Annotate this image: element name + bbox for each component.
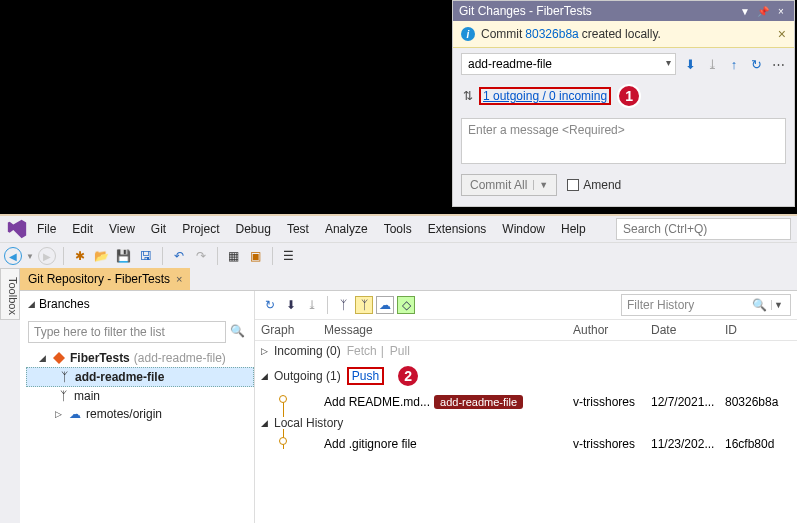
push-link[interactable]: Push — [347, 367, 384, 385]
push-icon[interactable]: ↑ — [726, 56, 742, 72]
notif-pre: Commit — [481, 27, 522, 41]
menu-project[interactable]: Project — [175, 219, 226, 239]
commit-row-local[interactable]: Add .gitignore file v-trisshores 11/23/2… — [255, 433, 797, 455]
commit-author: v-trisshores — [573, 437, 651, 451]
commit-row-outgoing[interactable]: Add README.md... add-readme-file v-triss… — [255, 391, 797, 413]
tree-repo-node[interactable]: ◢ FiberTests (add-readme-file) — [26, 349, 254, 367]
filter-remote-icon[interactable]: ☁ — [376, 296, 394, 314]
commit-id: 16cfb80d — [725, 437, 797, 451]
branch-item-remotes[interactable]: ▷ ☁ remotes/origin — [26, 405, 254, 423]
notif-post: created locally. — [582, 27, 661, 41]
menu-edit[interactable]: Edit — [65, 219, 100, 239]
pull-icon[interactable]: ⤓ — [704, 56, 720, 72]
menu-extensions[interactable]: Extensions — [421, 219, 494, 239]
menu-view[interactable]: View — [102, 219, 142, 239]
col-date[interactable]: Date — [651, 323, 725, 337]
git-repository-tab-label: Git Repository - FiberTests — [28, 272, 170, 286]
outgoing-incoming-row: ⇅ 1 outgoing / 0 incoming 1 — [453, 80, 794, 114]
branch-selector[interactable]: add-readme-file — [461, 53, 676, 75]
commit-all-button[interactable]: Commit All ▼ — [461, 174, 557, 196]
incoming-section[interactable]: ▷ Incoming (0) Fetch | Pull — [255, 341, 797, 361]
commit-all-label: Commit All — [470, 178, 527, 192]
branch-name: add-readme-file — [468, 57, 552, 71]
filter-dropdown-icon[interactable]: ▼ — [771, 300, 785, 310]
commit-dropdown-icon[interactable]: ▼ — [533, 180, 548, 190]
outgoing-section[interactable]: ◢ Outgoing (1) Push 2 — [255, 361, 797, 391]
tab-close-icon[interactable]: × — [176, 273, 182, 285]
search-icon: 🔍 — [752, 298, 767, 312]
outgoing-label: Outgoing (1) — [274, 369, 341, 383]
close-icon[interactable]: × — [774, 4, 788, 18]
col-id[interactable]: ID — [725, 323, 797, 337]
menu-help[interactable]: Help — [554, 219, 593, 239]
branch-icon: ᛉ — [56, 389, 70, 403]
history-filter-input[interactable]: Filter History 🔍 ▼ — [621, 294, 791, 316]
pull-link[interactable]: Pull — [390, 344, 410, 358]
callout-1: 1 — [617, 84, 641, 108]
save-all-icon[interactable]: 🖫 — [137, 247, 155, 265]
branch-label: remotes/origin — [86, 407, 162, 421]
col-author[interactable]: Author — [573, 323, 651, 337]
branch-filter-input[interactable]: Type here to filter the list — [28, 321, 226, 343]
menu-tools[interactable]: Tools — [377, 219, 419, 239]
branch-item-main[interactable]: ᛉ main — [26, 387, 254, 405]
new-file-icon[interactable]: ✱ — [71, 247, 89, 265]
commit-date: 11/23/202... — [651, 437, 725, 451]
pull-icon[interactable]: ⤓ — [303, 296, 321, 314]
info-icon: i — [461, 27, 475, 41]
git-repository-tab[interactable]: Git Repository - FiberTests × — [20, 268, 190, 290]
menu-analyze[interactable]: Analyze — [318, 219, 375, 239]
history-pane: ↻ ⬇ ⤓ ᛉ ᛉ ☁ ◇ Filter History 🔍 ▼ Graph — [255, 291, 797, 523]
redo-icon[interactable]: ↷ — [192, 247, 210, 265]
branches-header[interactable]: ◢ Branches — [20, 291, 254, 317]
swap-icon: ⇅ — [463, 89, 473, 103]
branch-label: add-readme-file — [75, 370, 164, 384]
tool-icon-1[interactable]: ▦ — [225, 247, 243, 265]
amend-checkbox[interactable]: Amend — [567, 178, 621, 192]
collapse-icon: ◢ — [28, 299, 35, 309]
branch-row: add-readme-file ⬇ ⤓ ↑ ↻ ⋯ — [453, 48, 794, 80]
search-icon[interactable]: 🔍 — [230, 324, 246, 340]
notif-close-icon[interactable]: × — [778, 26, 786, 42]
commit-hash-link[interactable]: 80326b8a — [525, 27, 578, 41]
menu-debug[interactable]: Debug — [229, 219, 278, 239]
col-message[interactable]: Message — [320, 323, 573, 337]
menu-file[interactable]: File — [30, 219, 63, 239]
menu-window[interactable]: Window — [495, 219, 552, 239]
sync-icon[interactable]: ↻ — [748, 56, 764, 72]
toolbox-tab[interactable]: Toolbox — [0, 268, 20, 320]
tool-icon-3[interactable]: ☰ — [280, 247, 298, 265]
dropdown-icon[interactable]: ▼ — [738, 4, 752, 18]
open-icon[interactable]: 📂 — [93, 247, 111, 265]
fetch-link[interactable]: Fetch — [347, 344, 377, 358]
col-graph[interactable]: Graph — [255, 323, 320, 337]
callout-2: 2 — [396, 364, 420, 388]
document-tabs: Git Repository - FiberTests × — [20, 268, 797, 290]
git-changes-titlebar[interactable]: Git Changes - FiberTests ▼ 📌 × — [453, 1, 794, 21]
more-icon[interactable]: ⋯ — [770, 56, 786, 72]
branch-pill: add-readme-file — [434, 395, 523, 409]
local-history-label: Local History — [274, 416, 343, 430]
fetch-icon[interactable]: ⬇ — [282, 296, 300, 314]
undo-icon[interactable]: ↶ — [170, 247, 188, 265]
branches-pane: ◢ Branches Type here to filter the list … — [20, 291, 255, 523]
menu-git[interactable]: Git — [144, 219, 173, 239]
local-history-section[interactable]: ◢ Local History — [255, 413, 797, 433]
save-icon[interactable]: 💾 — [115, 247, 133, 265]
refresh-icon[interactable]: ↻ — [261, 296, 279, 314]
outgoing-incoming-link[interactable]: 1 outgoing / 0 incoming — [479, 87, 611, 105]
filter-tag-icon[interactable]: ◇ — [397, 296, 415, 314]
nav-back-button[interactable]: ◀ — [4, 247, 22, 265]
fetch-icon[interactable]: ⬇ — [682, 56, 698, 72]
branch-item-add-readme[interactable]: ᛉ add-readme-file — [26, 367, 254, 387]
filter-local-icon[interactable]: ᛉ — [355, 296, 373, 314]
commit-message-input[interactable]: Enter a message <Required> — [461, 118, 786, 164]
nav-fwd-button[interactable]: ▶ — [38, 247, 56, 265]
menu-test[interactable]: Test — [280, 219, 316, 239]
tool-icon-2[interactable]: ▣ — [247, 247, 265, 265]
pin-icon[interactable]: 📌 — [756, 4, 770, 18]
graph-icon[interactable]: ᛉ — [334, 296, 352, 314]
checkbox-box — [567, 179, 579, 191]
repo-name-label: FiberTests — [70, 351, 130, 365]
search-input[interactable]: Search (Ctrl+Q) — [616, 218, 791, 240]
